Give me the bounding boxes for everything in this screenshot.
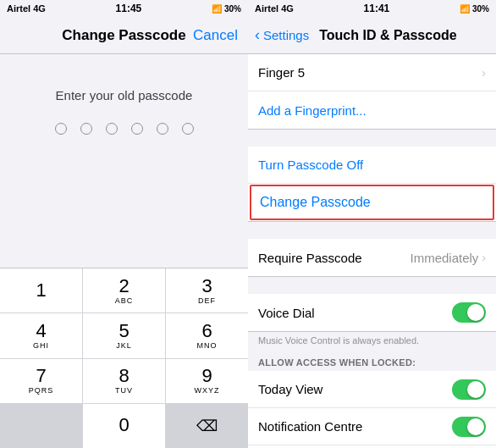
right-battery: 📶 30% (460, 4, 489, 14)
fingerprint-group: Finger 5 › Add a Fingerprint... (248, 54, 496, 130)
today-view-row[interactable]: Today View (248, 371, 496, 408)
change-passcode-row-wrapper: Change Passcode (248, 185, 496, 220)
voice-dial-row[interactable]: Voice Dial (248, 294, 496, 331)
left-nav-title: Change Passcode (62, 27, 185, 44)
voice-dial-label: Voice Dial (258, 306, 315, 320)
dot-5 (157, 123, 168, 135)
require-passcode-value: Immediately › (410, 251, 486, 265)
notification-centre-label: Notification Centre (258, 419, 362, 434)
dot-4 (131, 123, 143, 135)
voice-control-note: Music Voice Control is always enabled. (248, 332, 496, 352)
keypad: 1 2ABC 3DEF 4GHI 5JKL 6MNO 7PQRS 8TUV 9W… (0, 268, 248, 448)
turn-passcode-off-row[interactable]: Turn Passcode Off (248, 147, 496, 184)
notification-centre-toggle[interactable] (452, 417, 486, 437)
voice-dial-toggle[interactable] (452, 302, 486, 323)
key-7[interactable]: 7PQRS (0, 359, 82, 403)
today-view-label: Today View (258, 382, 322, 396)
left-nav-bar: Change Passcode Cancel (0, 17, 248, 54)
finger-5-row[interactable]: Finger 5 › (248, 54, 496, 91)
key-0[interactable]: 0 (83, 404, 165, 448)
right-nav-title: Touch ID & Passcode (319, 28, 456, 43)
back-label: Settings (263, 28, 309, 42)
voice-dial-group: Voice Dial (248, 294, 496, 332)
passcode-group: Turn Passcode Off Change Passcode (248, 147, 496, 222)
add-fingerprint-row[interactable]: Add a Fingerprint... (248, 91, 496, 129)
finger-5-value: › (482, 66, 486, 80)
chevron-icon: › (482, 251, 486, 264)
dot-2 (80, 123, 92, 135)
right-carrier: Airtel 4G (255, 3, 294, 14)
toggle-knob (467, 304, 484, 321)
gap-3 (248, 277, 496, 294)
today-view-toggle[interactable] (452, 379, 486, 400)
key-1[interactable]: 1 (0, 268, 82, 312)
notification-centre-row[interactable]: Notification Centre (248, 408, 496, 445)
key-6[interactable]: 6MNO (166, 313, 248, 357)
immediately-text: Immediately (410, 251, 478, 265)
key-delete[interactable]: ⌫ (166, 404, 248, 448)
key-5[interactable]: 5JKL (83, 313, 165, 357)
key-3[interactable]: 3DEF (166, 268, 248, 312)
add-fingerprint-label: Add a Fingerprint... (258, 103, 366, 118)
left-time: 11:45 (116, 3, 142, 14)
allow-access-header: ALLOW ACCESS WHEN LOCKED: (248, 352, 496, 371)
right-content: Finger 5 › Add a Fingerprint... Turn Pas… (248, 54, 496, 448)
key-4[interactable]: 4GHI (0, 313, 82, 357)
finger-5-label: Finger 5 (258, 65, 305, 80)
require-passcode-group: Require Passcode Immediately › (248, 239, 496, 277)
toggle-knob (467, 418, 484, 435)
key-empty (0, 404, 82, 448)
left-carrier: Airtel 4G (7, 3, 46, 14)
dot-1 (55, 123, 67, 135)
chevron-icon: › (482, 66, 486, 80)
toggle-knob (467, 381, 484, 398)
require-passcode-row[interactable]: Require Passcode Immediately › (248, 239, 496, 276)
change-passcode-row[interactable]: Change Passcode (250, 185, 494, 220)
key-9[interactable]: 9WXYZ (166, 359, 248, 403)
passcode-prompt: Enter your old passcode (56, 88, 193, 102)
turn-passcode-off-label: Turn Passcode Off (258, 158, 363, 172)
right-time: 11:41 (364, 3, 390, 14)
back-button[interactable]: ‹ Settings (255, 26, 309, 44)
right-nav-bar: ‹ Settings Touch ID & Passcode (248, 17, 496, 54)
dot-3 (106, 123, 118, 135)
passcode-dots (55, 123, 194, 135)
left-content: Enter your old passcode (0, 54, 248, 268)
key-2[interactable]: 2ABC (83, 268, 165, 312)
right-status-bar: Airtel 4G 11:41 📶 30% (248, 0, 496, 17)
left-battery: 📶 30% (212, 4, 241, 14)
left-panel: Airtel 4G 11:45 📶 30% Change Passcode Ca… (0, 0, 248, 448)
gap-2 (248, 222, 496, 239)
right-panel: Airtel 4G 11:41 📶 30% ‹ Settings Touch I… (248, 0, 496, 448)
left-status-bar: Airtel 4G 11:45 📶 30% (0, 0, 248, 17)
change-passcode-label: Change Passcode (260, 195, 371, 210)
require-passcode-label: Require Passcode (258, 251, 362, 265)
key-8[interactable]: 8TUV (83, 359, 165, 403)
allow-access-group: Today View Notification Centre Control C… (248, 371, 496, 448)
chevron-left-icon: ‹ (255, 26, 260, 44)
gap-1 (248, 130, 496, 147)
cancel-button[interactable]: Cancel (193, 27, 238, 44)
dot-6 (182, 123, 194, 135)
